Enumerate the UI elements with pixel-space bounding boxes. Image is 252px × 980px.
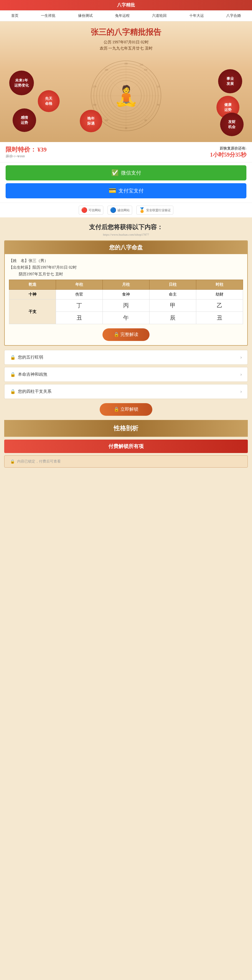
original-price: 原价： ¥168: [6, 154, 47, 159]
table-header-4: 时柱: [196, 280, 243, 290]
svg-text:60: 60: [144, 119, 147, 122]
table-header-0: 乾造: [9, 280, 56, 290]
table-row-ganzhi-upper: 干支 丁 丙 甲 乙: [9, 299, 243, 312]
chevron-jishen: ›: [240, 371, 242, 377]
svg-text:300: 300: [93, 103, 96, 106]
price-left: 限时特价： ¥39 原价： ¥168: [6, 145, 47, 159]
svg-text:180: 180: [124, 62, 128, 65]
nav-marriage[interactable]: 八字合婚: [226, 13, 241, 18]
table-row-shishen: 十神 伤官 食神 命主 劫财: [9, 290, 243, 299]
hero-section: 张三的八字精批报告 公历 1997年07月01日 02时 农历 一九九七年五月廿…: [0, 21, 252, 142]
birth-solar-line: 【出生时辰】阳历1997年07月01日 02时: [9, 265, 243, 270]
content-title: 支付后您将获得以下内容：: [4, 223, 248, 231]
bottom-lock-icon: 🔒: [10, 459, 15, 464]
svg-text:270: 270: [93, 86, 96, 88]
wheel-area: 180 150 120 90 60 30 330 300 270 240 210…: [4, 54, 248, 138]
price-countdown: 距恢复原价还有: 1小时59分35秒: [210, 146, 246, 159]
nav-sixpath[interactable]: 六道轮回: [152, 13, 166, 18]
table-header-3: 日柱: [149, 280, 196, 290]
person-name-line: 【姓 名】张三（男）: [9, 258, 243, 263]
bazi-card-body: 【姓 名】张三（男） 【出生时辰】阳历1997年07月01日 02时 阴历199…: [5, 254, 247, 345]
pay-section: ✅ 微信支付 💳 支付宝支付: [0, 162, 252, 202]
svg-text:30: 30: [125, 127, 127, 129]
svg-text:120: 120: [157, 86, 160, 88]
nav-rabbit[interactable]: 兔年运程: [115, 13, 130, 18]
nav-lifetime[interactable]: 一生祥批: [41, 13, 55, 18]
svg-text:150: 150: [144, 68, 147, 71]
table-header-2: 月柱: [103, 280, 149, 290]
alipay-icon: 💳: [109, 187, 116, 194]
trust-badge-3: 🏅 安全联盟行业验证: [136, 206, 173, 215]
badge-old-age: 晚年 际遇: [80, 110, 102, 132]
nav-home[interactable]: 首页: [11, 13, 19, 18]
app-title: 八字精批: [117, 3, 135, 7]
special-price: 限时特价： ¥39: [6, 145, 47, 154]
hero-date-lunar: 农历 一九九七年五月廿七 丑时: [4, 46, 248, 51]
trust-icon-1: 🔴: [81, 207, 87, 213]
wechat-pay-button[interactable]: ✅ 微信支付: [6, 165, 246, 180]
badge-future-fortune: 未来1年 运势变化: [9, 71, 34, 95]
svg-text:210: 210: [140, 64, 143, 66]
lock-icon-jishen: 🔒: [10, 372, 16, 377]
trust-icon-2: 🔵: [110, 207, 116, 213]
bazi-table: 乾造 年柱 月柱 日柱 时柱 十神 伤官 食神 命主 劫财: [9, 280, 243, 324]
svg-text:330: 330: [105, 119, 108, 122]
unlock-button[interactable]: 🔒 立即解锁: [100, 403, 152, 416]
trust-badges: 🔴 可信网站 🔵 诚信网站 🏅 安全联盟行业验证: [0, 202, 252, 217]
chevron-sizhu: ›: [240, 388, 242, 395]
content-section: 支付后您将获得以下内容： https://www.huzhan.com/isho…: [0, 217, 252, 473]
nav-fate[interactable]: 缘份测试: [78, 13, 93, 18]
lock-icon-sizhu: 🔒: [10, 389, 16, 394]
lock-item-sizhu[interactable]: 🔒 您的四柱干支关系 ›: [4, 384, 248, 399]
lock-item-jishen[interactable]: 🔒 本命吉神和凶煞 ›: [4, 367, 248, 382]
url-text: https://www.huzhan.com/ishop17877: [4, 233, 248, 236]
svg-text:90: 90: [157, 103, 159, 106]
lock-items-list: 🔒 您的五行旺弱 › 🔒 本命吉神和凶煞 › 🔒 您的四柱干支关系 ›: [4, 350, 248, 399]
hero-date-solar: 公历 1997年07月01日 02时: [4, 40, 248, 45]
birth-lunar-line: 阴历1997年五月廿七 丑时: [9, 272, 243, 277]
hero-title: 张三的八字精批报告: [4, 27, 248, 38]
lock-item-wuxing[interactable]: 🔒 您的五行旺弱 ›: [4, 350, 248, 365]
lock-icon-wuxing: 🔒: [10, 355, 16, 360]
nav-tenyear[interactable]: 十年大运: [189, 13, 204, 18]
trust-icon-3: 🏅: [139, 207, 145, 213]
price-section: 限时特价： ¥39 原价： ¥168 距恢复原价还有: 1小时59分35秒: [0, 142, 252, 162]
wechat-icon: ✅: [111, 169, 119, 177]
countdown-timer: 1小时59分35秒: [210, 151, 246, 159]
svg-text:240: 240: [105, 68, 108, 71]
figure-image: 🧘: [115, 80, 137, 111]
alipay-pay-button[interactable]: 💳 支付宝支付: [6, 183, 246, 198]
character-section-banner: 性格剖析: [4, 420, 248, 437]
complete-read-button[interactable]: 🔒 完整解读: [103, 328, 149, 341]
trust-badge-1: 🔴 可信网站: [79, 206, 103, 215]
badge-innate: 先天 命格: [38, 90, 60, 112]
badge-wealth: 发财 机会: [220, 113, 244, 136]
unlock-all-button[interactable]: 付费解锁所有项: [4, 439, 248, 453]
trust-badge-2: 🔵 诚信网站: [108, 206, 132, 215]
chevron-wuxing: ›: [240, 355, 242, 360]
bottom-lock-item[interactable]: 🔒 内容已锁定，付费后可查看: [4, 455, 248, 468]
top-bar: 八字精批: [0, 0, 252, 10]
badge-career: 事业 发展: [218, 69, 242, 93]
bazi-card-header: 您的八字命盘: [5, 241, 247, 254]
table-header-1: 年柱: [56, 280, 103, 290]
badge-romance: 感情 运势: [13, 108, 36, 132]
nav-bar: 首页 一生祥批 缘份测试 兔年运程 六道轮回 十年大运 八字合婚: [0, 10, 252, 21]
bazi-card: 您的八字命盘 【姓 名】张三（男） 【出生时辰】阳历1997年07月01日 02…: [4, 240, 248, 346]
